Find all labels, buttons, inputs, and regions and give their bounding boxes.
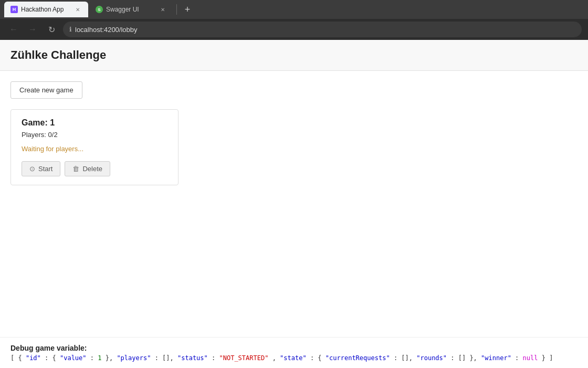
reload-button[interactable]: ↻ — [44, 22, 59, 37]
page-body: Create new game Game: 1 Players: 0/2 Wai… — [0, 71, 588, 206]
page-header: Zühlke Challenge — [0, 40, 588, 71]
info-icon: ℹ — [69, 26, 72, 33]
address-input[interactable] — [75, 26, 575, 34]
page-content: Zühlke Challenge Create new game Game: 1… — [0, 40, 588, 365]
reload-icon: ↻ — [48, 25, 55, 35]
game-actions: ⊙ Start 🗑 Delete — [22, 161, 167, 176]
tab-swagger-label: Swagger UI — [106, 6, 155, 13]
debug-section: Debug game variable: [ { "id" : { "value… — [0, 337, 588, 365]
start-button[interactable]: ⊙ Start — [22, 161, 60, 176]
page-title: Zühlke Challenge — [10, 48, 578, 62]
game-status: Waiting for players... — [22, 145, 167, 153]
debug-json: [ { "id" : { "value" : 1 }, "players" : … — [10, 354, 578, 362]
tab-swagger[interactable]: S Swagger UI ✕ — [89, 2, 173, 17]
trash-icon: 🗑 — [72, 165, 79, 173]
json-key-id: "id" — [26, 354, 41, 362]
delete-label: Delete — [82, 165, 102, 173]
tab-separator — [176, 4, 177, 15]
game-title: Game: 1 — [22, 118, 167, 128]
nav-bar: ← → ↻ ℹ — [0, 19, 588, 40]
start-label: Start — [38, 165, 52, 173]
json-open-brace: { — [18, 354, 25, 362]
debug-label: Debug game variable: — [10, 344, 578, 352]
forward-button[interactable]: → — [25, 22, 40, 37]
tab-hackathon[interactable]: H Hackathon App ✕ — [4, 2, 88, 17]
tab-hackathon-close[interactable]: ✕ — [74, 5, 82, 14]
tab-swagger-close[interactable]: ✕ — [159, 5, 167, 14]
tab-hackathon-label: Hackathon App — [21, 6, 70, 13]
play-icon: ⊙ — [29, 165, 35, 173]
back-button[interactable]: ← — [6, 22, 21, 37]
back-icon: ← — [9, 25, 18, 34]
game-card: Game: 1 Players: 0/2 Waiting for players… — [10, 109, 178, 185]
swagger-favicon: S — [96, 6, 103, 13]
json-open-bracket: [ — [10, 354, 18, 362]
forward-icon: → — [28, 25, 37, 34]
hackathon-favicon: H — [10, 6, 18, 13]
game-players: Players: 0/2 — [22, 131, 167, 139]
browser-window: H Hackathon App ✕ S Swagger UI ✕ + ← → ↻… — [0, 0, 588, 365]
create-new-game-button[interactable]: Create new game — [10, 81, 82, 99]
tab-bar: H Hackathon App ✕ S Swagger UI ✕ + — [0, 0, 588, 19]
new-tab-button[interactable]: + — [180, 2, 195, 17]
address-bar-container: ℹ — [63, 22, 582, 37]
delete-button[interactable]: 🗑 Delete — [65, 161, 110, 176]
